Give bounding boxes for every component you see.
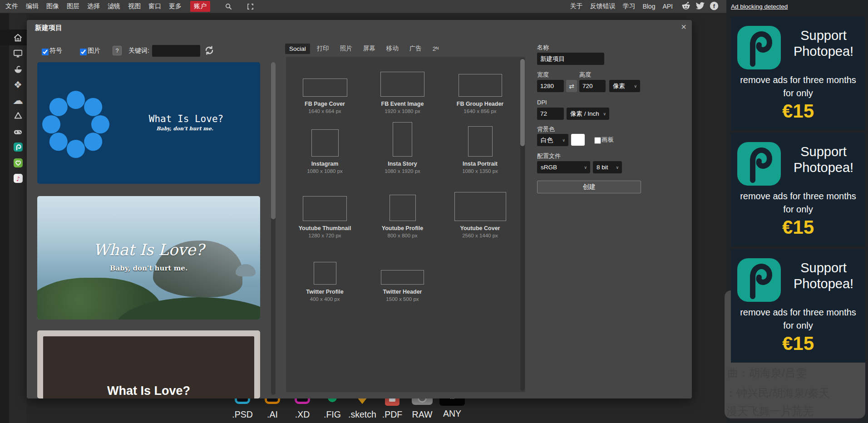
chevron-down-icon: ∨ [603, 112, 606, 116]
menu-item[interactable]: 视图 [128, 2, 141, 10]
templates-scrollbar[interactable] [520, 58, 525, 391]
chevron-down-icon: ∨ [584, 165, 587, 170]
lyrics-line: 漫天飞舞一片荒芜 [726, 404, 814, 418]
facebook-icon[interactable]: f [709, 1, 719, 12]
artboard-checkbox[interactable] [594, 137, 601, 144]
refresh-icon[interactable] [204, 45, 215, 56]
sidebar-item-computer[interactable] [9, 47, 27, 59]
swap-icon: ⇄ [569, 83, 574, 90]
template-preview-brown[interactable]: What Is Love? [37, 330, 260, 398]
template-item[interactable]: Youtube Thumbnail 1280 x 720 px [286, 174, 364, 238]
create-button[interactable]: 创建 [537, 181, 641, 193]
menu-item[interactable]: 文件 [5, 2, 18, 10]
sidebar-item-photopea-app[interactable] [9, 141, 27, 153]
category-tab[interactable]: 移动 [382, 43, 403, 54]
help-button[interactable]: ? [113, 46, 122, 55]
menu-item[interactable]: 编辑 [26, 2, 39, 10]
dpi-input[interactable] [537, 108, 564, 120]
top-link[interactable]: API [662, 3, 673, 10]
color-profile-dropdown[interactable]: sRGB∨ [537, 161, 590, 173]
menu-item[interactable]: 窗口 [148, 2, 161, 10]
template-item[interactable]: FB Event Image 1920 x 1080 px [364, 63, 441, 114]
support-photopea-ad[interactable]: Support Photopea! remove ads for three m… [731, 249, 865, 363]
sidebar-item-photopea-pod[interactable] [9, 63, 27, 75]
template-preview-blue[interactable]: What Is Love? Baby, don't hurt me. [37, 62, 260, 184]
top-link[interactable]: 关于 [570, 2, 582, 10]
sidebar-item-onedrive[interactable]: ☁ [9, 94, 27, 107]
width-input[interactable] [537, 80, 564, 92]
ads-stack: Support Photopea! remove ads for three m… [731, 17, 865, 365]
fullscreen-icon[interactable] [247, 3, 254, 10]
ad-price: €15 [731, 333, 865, 354]
top-link[interactable]: 反馈错误 [590, 2, 615, 10]
category-tab[interactable]: 2ᴺ [429, 44, 443, 54]
preview1-title: What Is Love? [105, 113, 260, 124]
height-input[interactable] [579, 80, 606, 92]
symbols-checkbox[interactable] [42, 49, 49, 55]
ads-column: Ad blocking detected 曲：胡海泉/吕雯 ：钟兴民/胡海泉/秦… [726, 0, 868, 423]
template-item[interactable]: Insta Story 1080 x 1920 px [364, 114, 441, 174]
sidebar-item-google-drive[interactable] [9, 109, 27, 122]
search-icon[interactable] [225, 3, 232, 10]
template-item[interactable]: Youtube Profile 800 x 800 px [364, 174, 441, 238]
category-tab[interactable]: 屏幕 [359, 43, 380, 54]
top-link[interactable]: 学习 [622, 2, 635, 10]
template-item[interactable]: FB Page Cover 1640 x 664 px [286, 63, 364, 114]
menu-item[interactable]: 滤镜 [108, 2, 120, 10]
background-dropdown[interactable]: 白色∨ [537, 134, 568, 146]
category-tab[interactable]: Social [285, 44, 310, 54]
project-name-input[interactable] [537, 53, 604, 65]
menu-item[interactable]: 图层 [67, 2, 79, 10]
format-label: RAW [412, 409, 433, 420]
templates-scrollbar-thumb[interactable] [520, 59, 525, 146]
support-photopea-ad[interactable]: Support Photopea! remove ads for three m… [731, 17, 865, 130]
top-link[interactable]: Blog [642, 3, 655, 10]
images-checkbox[interactable] [80, 49, 87, 55]
template-aspect-box [459, 74, 502, 97]
account-button[interactable]: 账户 [190, 1, 210, 12]
bit-depth-dropdown[interactable]: 8 bit∨ [593, 161, 622, 173]
template-preview-photo[interactable]: What Is Love? Baby, don't hurt me. [37, 196, 260, 320]
category-tab[interactable]: 打印 [313, 43, 333, 54]
category-tab[interactable]: 广告 [405, 43, 426, 54]
ad-body-line: for only [731, 204, 865, 215]
preview2-subtitle: Baby, don't hurt me. [37, 264, 260, 272]
sidebar-item-dropbox[interactable]: ❖ [9, 78, 27, 91]
previews-scrollbar[interactable] [271, 62, 276, 395]
sidebar-item-pink-music-app[interactable]: ♪ [9, 172, 27, 185]
background-color-swatch[interactable] [571, 134, 585, 146]
format-label: ANY [443, 408, 461, 419]
template-item[interactable]: Youtube Cover 2560 x 1440 px [441, 174, 519, 238]
flower-shape [42, 91, 109, 158]
dpi-unit-dropdown[interactable]: 像素 / Inch∨ [567, 108, 609, 120]
ad-blocking-link[interactable]: Ad blocking detected [731, 3, 788, 10]
template-aspect-box [314, 262, 336, 285]
template-name: Youtube Cover [460, 225, 500, 231]
ad-body-line: remove ads for three months [731, 75, 865, 85]
template-name: Insta Story [388, 161, 417, 167]
category-tab[interactable]: 照片 [336, 43, 356, 54]
support-photopea-ad[interactable]: Support Photopea! remove ads for three m… [731, 133, 865, 246]
menu-item[interactable]: 图像 [46, 2, 59, 10]
unit-dropdown[interactable]: 像素∨ [609, 80, 640, 92]
previews-scrollbar-thumb[interactable] [271, 62, 276, 219]
keywords-input[interactable] [152, 45, 200, 57]
template-item[interactable]: Twitter Profile 400 x 400 px [286, 238, 364, 302]
top-menu-bar: 文件编辑图像图层选择滤镜视图窗口更多 账户 关于反馈错误学习BlogAPI f [0, 0, 726, 13]
menu-item[interactable]: 选择 [87, 2, 100, 10]
twitter-icon[interactable] [695, 1, 705, 12]
template-aspect-box [468, 126, 493, 157]
template-item[interactable]: Twitter Header 1500 x 500 px [364, 238, 441, 302]
sidebar-item-home[interactable] [9, 31, 27, 44]
sidebar-item-gamepad[interactable] [9, 125, 27, 138]
template-item[interactable]: FB Group Header 1640 x 856 px [441, 63, 519, 114]
swap-dimensions-button[interactable]: ⇄ [566, 80, 577, 92]
template-item[interactable]: Instagram 1080 x 1080 px [286, 114, 364, 174]
template-item[interactable]: Insta Portrait 1080 x 1350 px [441, 114, 519, 174]
close-icon[interactable]: × [681, 22, 686, 32]
sidebar-item-green-heart-app[interactable] [9, 157, 27, 169]
menu-item[interactable]: 更多 [169, 2, 182, 10]
template-size: 800 x 800 px [388, 233, 418, 238]
reddit-icon[interactable] [681, 1, 691, 12]
left-sidebar: ❖ ☁ ♪ [0, 13, 27, 423]
